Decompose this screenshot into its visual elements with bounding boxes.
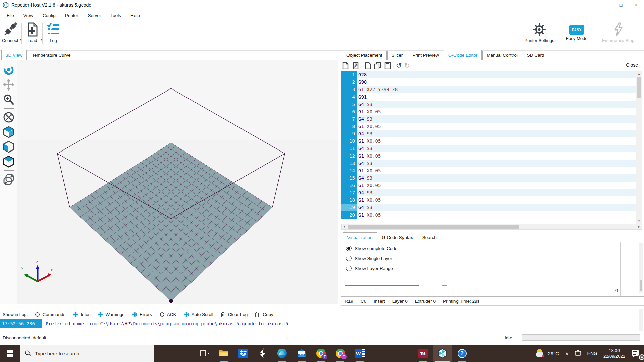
save-as-icon[interactable] [384,62,392,70]
file-explorer-button[interactable] [214,345,233,362]
layer-slider-track[interactable] [345,285,419,286]
close-editor-button[interactable]: Close [624,62,640,68]
gcode-line[interactable]: 13G4 S3 [341,160,636,167]
touch-keyboard-icon[interactable] [572,345,584,362]
gcode-line[interactable]: 15G4 S3 [341,174,636,182]
gcode-line[interactable]: 12G1 X0.05 [341,152,636,160]
menu-item-file[interactable]: File [3,11,18,20]
load-button[interactable]: Load [25,22,39,43]
gcode-line[interactable]: 18G1 X0.05 [341,196,636,204]
radio-show-layer-range[interactable]: Show Layer Range [346,265,644,272]
editor-vertical-scrollbar[interactable]: ▲ ▼ [636,71,642,224]
tab-print-preview[interactable]: Print Preview [408,51,443,60]
menu-item-server[interactable]: Server [84,11,105,20]
log-toggle-infos[interactable]: Infos [73,312,90,317]
tab-manual-control[interactable]: Manual Control [482,51,522,60]
undo-icon[interactable]: ↺ [396,62,402,69]
gcode-editor[interactable]: 1G282G903G1 X27 Y399 Z84G915G4 S36G1 X0.… [341,71,636,224]
minimize-button[interactable]: − [598,0,613,10]
connect-dropdown-icon[interactable]: ▾ [20,38,21,41]
radio-show-complete-code[interactable]: Show complete Code [346,245,644,252]
show-objects-button[interactable] [2,172,15,187]
log-button[interactable]: Log [46,22,61,43]
gcode-line[interactable]: 16G1 X0.05 [341,182,636,189]
help-button[interactable]: ? [452,345,472,362]
log-toggle-auto-scroll[interactable]: Auto Scroll [184,312,213,317]
gcode-line[interactable]: 10G1 X0.05 [341,137,636,145]
top-view-button[interactable] [2,154,15,169]
editor-horizontal-scrollbar[interactable]: ◄ ► [341,224,642,230]
task-view-button[interactable] [195,345,214,362]
printer-settings-button[interactable]: Printer Settings [523,22,555,43]
scroll-right-icon[interactable]: ► [638,225,641,229]
scroll-down-icon[interactable]: ▼ [636,220,642,223]
save-file-icon[interactable] [364,62,372,70]
log-toggle-warnings[interactable]: Warnings [98,312,124,317]
gcode-line[interactable]: 9G4 S3 [341,130,636,137]
gcode-line[interactable]: 17G4 S3 [341,189,636,196]
language-indicator[interactable]: ENG [584,345,600,362]
clear-log-button[interactable]: Clear Log [221,312,248,317]
gcode-line[interactable]: 3G1 X27 Y399 Z8 [341,86,636,93]
viewport-3d[interactable]: x y z [0,60,338,304]
gcode-line[interactable]: 14G1 X0.05 [341,167,636,174]
edge-button[interactable] [272,345,292,362]
tab-g-code-editor[interactable]: G-Code Editor [444,50,482,60]
move-view-button[interactable] [2,77,15,92]
scroll-left-icon[interactable]: ◄ [343,225,346,229]
taskbar-search[interactable]: Type here to search [20,345,154,362]
close-window-button[interactable]: × [629,0,644,10]
tab-search[interactable]: Search [418,233,441,242]
weather-widget[interactable]: 29°C [531,345,562,362]
gcode-line[interactable]: 4G91 [341,93,636,101]
scrollbar-thumb[interactable] [348,225,519,229]
menu-item-help[interactable]: Help [126,11,144,20]
easy-mode-button[interactable]: EASY Easy Mode [563,22,590,41]
emergency-stop-button[interactable]: Emergency Stop [596,22,640,43]
copy-file-icon[interactable] [374,62,382,70]
notification-center-button[interactable]: 4 [628,345,644,362]
tab-temperature-curve[interactable]: Temperature Curve [28,51,75,60]
bolt-app-button[interactable] [253,345,272,362]
zoom-view-button[interactable] [2,92,15,107]
gcode-line[interactable]: 6G1 X0.05 [341,108,636,115]
log-toggle-commands[interactable]: Commands [35,312,65,317]
connect-button[interactable]: Connect [2,22,18,43]
gcode-line[interactable]: 7G4 S3 [341,115,636,123]
maximize-button[interactable]: □ [613,0,629,10]
log-toggle-errors[interactable]: Errors [132,312,152,317]
mendeley-button[interactable]: m [413,345,433,362]
radio-show-single-layer[interactable]: Show Single Layer [346,255,644,262]
tab-object-placement[interactable]: Object Placement [342,51,387,60]
mail-button[interactable] [292,345,311,362]
copy-log-button[interactable]: Copy [255,312,273,317]
isometric-view-button[interactable] [2,125,15,139]
word-button[interactable]: W [350,345,370,362]
start-button[interactable] [0,345,20,362]
log-scrollbar[interactable] [639,309,643,331]
menu-item-config[interactable]: Config [39,11,60,20]
export-file-icon[interactable] [352,62,360,70]
chrome-profile-1-button[interactable]: T [311,345,331,362]
menu-item-printer[interactable]: Printer [61,11,83,20]
gcode-line[interactable]: 19G4 S3 [341,204,636,211]
scrollbar-thumb[interactable] [640,280,642,291]
front-view-button[interactable] [2,139,15,154]
tab-slicer[interactable]: Slicer [387,51,408,60]
repetier-host-button[interactable] [433,345,452,362]
scrollbar-thumb[interactable] [637,77,641,98]
redo-icon[interactable]: ↻ [404,62,410,69]
menu-item-view[interactable]: View [19,11,37,20]
gcode-line[interactable]: 1G28 [341,71,636,78]
gcode-line[interactable]: 11G4 S3 [341,145,636,152]
gcode-line[interactable]: 20G1 X0.05 [341,211,636,219]
new-file-icon[interactable] [341,62,350,70]
load-dropdown-icon[interactable]: ▾ [41,38,42,41]
dropbox-button[interactable] [233,345,253,362]
tab-3d-view[interactable]: 3D View [1,50,27,60]
chrome-profile-2-button[interactable]: T [331,345,350,362]
clock[interactable]: 18:00 22/09/2022 [600,345,628,362]
gcode-line[interactable]: 8G1 X0.05 [341,123,636,130]
gcode-line[interactable]: 2G90 [341,78,636,86]
tab-visualization[interactable]: Visualization [343,232,377,242]
